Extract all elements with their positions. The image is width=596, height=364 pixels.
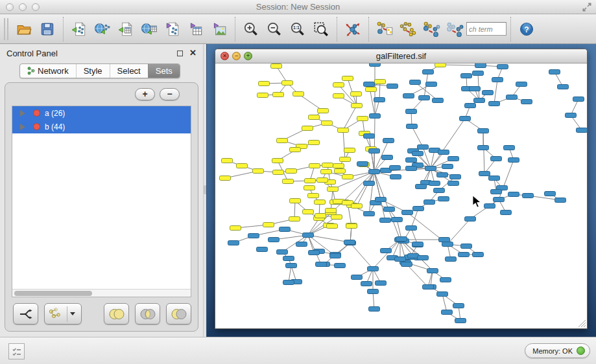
- graph-node[interactable]: [412, 152, 423, 156]
- graph-node[interactable]: [426, 82, 437, 87]
- graph-node[interactable]: [352, 204, 363, 209]
- graph-node[interactable]: [438, 197, 449, 201]
- graph-node[interactable]: [290, 199, 301, 203]
- graph-node[interactable]: [395, 257, 406, 262]
- graph-node[interactable]: [342, 76, 353, 81]
- close-network-icon[interactable]: ×: [221, 52, 229, 60]
- graph-node[interactable]: [442, 242, 453, 247]
- graph-node[interactable]: [491, 157, 502, 161]
- graph-node[interactable]: [429, 181, 440, 186]
- create-set-from-network-button[interactable]: [44, 303, 82, 324]
- graph-node[interactable]: [370, 63, 381, 67]
- graph-node[interactable]: [521, 100, 532, 104]
- graph-node[interactable]: [369, 307, 380, 312]
- graph-node[interactable]: [271, 64, 282, 69]
- graph-node[interactable]: [344, 148, 355, 153]
- graph-node[interactable]: [374, 98, 385, 102]
- graph-node[interactable]: [416, 185, 427, 189]
- tab-select[interactable]: Select: [110, 64, 148, 78]
- horizontal-scrollbar[interactable]: [12, 289, 191, 297]
- graph-node[interactable]: [308, 194, 319, 198]
- help-button[interactable]: ?: [515, 16, 538, 42]
- remove-set-button[interactable]: −: [160, 88, 180, 100]
- graph-node[interactable]: [364, 82, 375, 87]
- graph-node[interactable]: [384, 207, 395, 212]
- graph-node[interactable]: [410, 80, 421, 85]
- new-network-from-selection-button[interactable]: [373, 16, 396, 42]
- graph-node[interactable]: [322, 121, 333, 126]
- graph-node[interactable]: [321, 170, 332, 174]
- graph-node[interactable]: [412, 242, 423, 247]
- graph-node[interactable]: [425, 166, 436, 171]
- graph-node[interactable]: [366, 87, 377, 92]
- graph-node[interactable]: [305, 179, 316, 183]
- graph-node[interactable]: [342, 175, 353, 179]
- graph-node[interactable]: [282, 81, 293, 85]
- graph-node[interactable]: [483, 91, 494, 95]
- graph-node[interactable]: [446, 257, 457, 262]
- graph-node[interactable]: [497, 65, 508, 69]
- graph-node[interactable]: [375, 80, 386, 84]
- graph-node[interactable]: [375, 281, 387, 286]
- graph-node[interactable]: [222, 159, 233, 163]
- graph-node[interactable]: [387, 84, 398, 89]
- difference-networks-button[interactable]: [443, 16, 466, 42]
- graph-node[interactable]: [419, 96, 430, 100]
- graph-node[interactable]: [237, 164, 248, 168]
- graph-node[interactable]: [489, 176, 500, 181]
- graph-node[interactable]: [328, 187, 339, 192]
- expand-caret-icon[interactable]: [20, 124, 25, 130]
- export-table-button[interactable]: [184, 16, 208, 42]
- graph-node[interactable]: [460, 117, 471, 121]
- graph-node[interactable]: [352, 104, 363, 108]
- graph-node[interactable]: [344, 240, 355, 245]
- minimize-network-icon[interactable]: −: [232, 52, 241, 60]
- graph-node[interactable]: [459, 253, 470, 257]
- graph-node[interactable]: [364, 212, 375, 216]
- graph-node[interactable]: [473, 71, 484, 76]
- graph-node[interactable]: [423, 70, 434, 74]
- scrollbar-thumb[interactable]: [14, 291, 92, 296]
- graph-node[interactable]: [338, 128, 349, 133]
- tab-network[interactable]: Network: [20, 64, 76, 78]
- apply-preferred-layout-button[interactable]: [341, 16, 364, 42]
- graph-node[interactable]: [489, 102, 500, 106]
- graph-node[interactable]: [406, 166, 417, 171]
- graph-node[interactable]: [435, 63, 446, 67]
- graph-node[interactable]: [369, 170, 380, 174]
- graph-node[interactable]: [545, 192, 556, 196]
- graph-node[interactable]: [327, 224, 338, 229]
- graph-node[interactable]: [403, 94, 414, 98]
- graph-node[interactable]: [508, 192, 519, 197]
- graph-node[interactable]: [516, 82, 527, 87]
- graph-node[interactable]: [558, 85, 569, 89]
- graph-node[interactable]: [406, 226, 417, 231]
- graph-node[interactable]: [450, 175, 461, 179]
- add-set-button[interactable]: +: [135, 88, 155, 100]
- graph-node[interactable]: [263, 223, 274, 227]
- graph-node[interactable]: [357, 117, 368, 121]
- graph-node[interactable]: [228, 241, 239, 245]
- graph-node[interactable]: [573, 97, 584, 102]
- graph-node[interactable]: [335, 169, 346, 174]
- import-table-file-button[interactable]: [114, 16, 137, 42]
- graph-node[interactable]: [413, 207, 424, 211]
- graph-node[interactable]: [418, 256, 429, 260]
- graph-node[interactable]: [277, 139, 288, 143]
- graph-node[interactable]: [368, 290, 379, 294]
- graph-node[interactable]: [492, 78, 503, 82]
- graph-node[interactable]: [440, 278, 451, 282]
- graph-node[interactable]: [494, 198, 505, 202]
- graph-node[interactable]: [257, 247, 268, 252]
- graph-node[interactable]: [268, 238, 280, 242]
- graph-node[interactable]: [523, 194, 534, 198]
- graph-node[interactable]: [437, 292, 448, 297]
- graph-node[interactable]: [381, 249, 392, 253]
- search-input[interactable]: [466, 22, 507, 36]
- graph-node[interactable]: [309, 115, 320, 120]
- graph-node[interactable]: [303, 210, 314, 214]
- graph-node[interactable]: [427, 269, 438, 273]
- graph-node[interactable]: [326, 209, 337, 213]
- graph-node[interactable]: [433, 98, 444, 103]
- graph-node[interactable]: [418, 145, 429, 150]
